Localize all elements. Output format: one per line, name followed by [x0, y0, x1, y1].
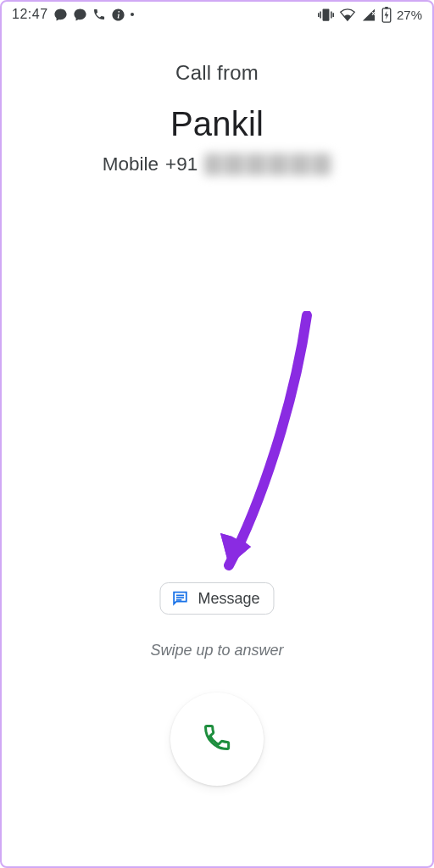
dot-icon — [131, 13, 134, 16]
battery-charging-icon — [381, 7, 392, 23]
redacted-number — [204, 153, 331, 175]
phone-icon — [202, 722, 232, 756]
line-type-label: Mobile — [103, 153, 159, 175]
status-left: 12:47 — [12, 7, 134, 22]
message-button-label: Message — [198, 590, 259, 608]
status-right: x 27% — [318, 7, 422, 23]
phone-icon — [92, 8, 106, 21]
signal-icon: x — [361, 8, 376, 22]
chat-bubble-icon — [53, 8, 68, 22]
caller-info: Call from Pankil Mobile +91 — [2, 61, 432, 175]
svg-text:x: x — [372, 9, 376, 16]
caller-number-line: Mobile +91 — [2, 153, 432, 175]
vibrate-icon — [318, 7, 334, 23]
call-from-label: Call from — [2, 61, 432, 85]
annotation-arrow — [214, 311, 315, 591]
message-button[interactable]: Message — [159, 582, 274, 615]
wifi-icon — [339, 8, 356, 22]
status-clock: 12:47 — [12, 7, 48, 22]
info-icon — [111, 8, 125, 22]
caller-name: Pankil — [2, 105, 432, 143]
chat-bubble-icon — [73, 8, 87, 22]
answer-call-button[interactable] — [170, 693, 264, 786]
svg-rect-2 — [385, 7, 388, 8]
battery-percentage: 27% — [397, 8, 422, 22]
status-bar: 12:47 x 27% — [2, 2, 432, 27]
swipe-hint: Swipe up to answer — [150, 642, 283, 659]
country-code: +91 — [165, 153, 198, 175]
message-icon — [170, 589, 189, 608]
